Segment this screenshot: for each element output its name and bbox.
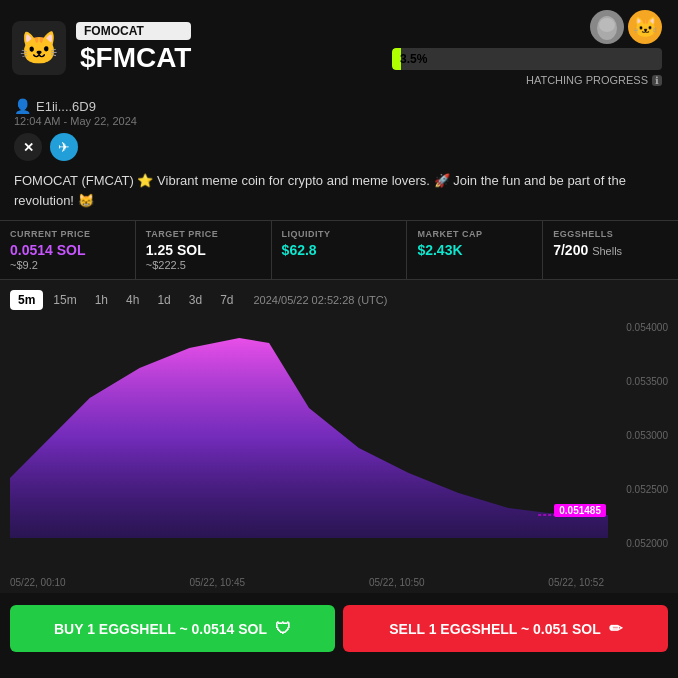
stat-target-price: TARGET PRICE 1.25 SOL ~$222.5	[136, 221, 272, 279]
stat-market-cap: MARKET CAP $2.43K	[407, 221, 543, 279]
buy-label: BUY 1 EGGSHELL ~ 0.0514 SOL	[54, 621, 267, 637]
progress-bar-container: 3.5%	[392, 48, 662, 70]
stat-liquidity: LIQUIDITY $62.8	[272, 221, 408, 279]
avatars-row: 🐱	[590, 10, 662, 44]
target-price-sub: ~$222.5	[146, 259, 261, 271]
liquidity-label: LIQUIDITY	[282, 229, 397, 239]
eggshells-sub: Shells	[592, 245, 622, 257]
token-ticker: $FMCAT	[80, 42, 191, 74]
buy-button[interactable]: BUY 1 EGGSHELL ~ 0.0514 SOL 🛡	[10, 605, 335, 652]
stat-current-price: CURRENT PRICE 0.0514 SOL ~$9.2	[0, 221, 136, 279]
target-price-label: TARGET PRICE	[146, 229, 261, 239]
sell-label: SELL 1 EGGSHELL ~ 0.051 SOL	[389, 621, 601, 637]
progress-section: 🐱 3.5% HATCHING PROGRESS ℹ	[392, 10, 666, 86]
target-price-value: 1.25 SOL	[146, 242, 261, 258]
y-label-5: 0.052000	[612, 538, 668, 549]
x-label-3: 05/22, 10:50	[369, 577, 425, 593]
chart-wrapper: 0.051485 0.054000 0.053500 0.053000 0.05…	[10, 318, 668, 573]
svg-point-1	[599, 18, 615, 32]
price-tag: 0.051485	[554, 504, 606, 517]
market-cap-label: MARKET CAP	[417, 229, 532, 239]
y-label-1: 0.054000	[612, 322, 668, 333]
hatching-row: HATCHING PROGRESS ℹ	[526, 74, 662, 86]
timestamp: 12:04 AM - May 22, 2024	[14, 115, 664, 127]
liquidity-value: $62.8	[282, 242, 397, 258]
telegram-icon: ✈	[58, 139, 70, 155]
chart-section: 5m 15m 1h 4h 1d 3d 7d 2024/05/22 02:52:2…	[0, 280, 678, 593]
x-icon: ✕	[23, 140, 34, 155]
hatching-label: HATCHING PROGRESS	[526, 74, 648, 86]
x-social-button[interactable]: ✕	[14, 133, 42, 161]
action-buttons: BUY 1 EGGSHELL ~ 0.0514 SOL 🛡 SELL 1 EGG…	[0, 593, 678, 664]
x-label-2: 05/22, 10:45	[189, 577, 245, 593]
current-price-value: 0.0514 SOL	[10, 242, 125, 258]
timeframe-1h[interactable]: 1h	[87, 290, 116, 310]
timeframe-4h[interactable]: 4h	[118, 290, 147, 310]
user-section: 👤 E1ii....6D9 12:04 AM - May 22, 2024	[0, 92, 678, 129]
hatching-info-icon: ℹ	[652, 75, 662, 86]
eggshells-count: 7/200	[553, 242, 588, 258]
chart-svg	[10, 318, 608, 553]
y-label-4: 0.052500	[612, 484, 668, 495]
stat-eggshells: EGGSHELLS 7/200 Shells	[543, 221, 678, 279]
timeframe-1d[interactable]: 1d	[149, 290, 178, 310]
timeframe-15m[interactable]: 15m	[45, 290, 84, 310]
social-row: ✕ ✈	[0, 129, 678, 165]
logo-emoji: 🐱	[19, 29, 59, 67]
timeframe-3d[interactable]: 3d	[181, 290, 210, 310]
progress-label: 3.5%	[400, 52, 427, 66]
user-icon: 👤	[14, 98, 31, 114]
sell-icon: ✏	[609, 619, 622, 638]
chart-x-axis: 05/22, 00:10 05/22, 10:45 05/22, 10:50 0…	[10, 573, 668, 593]
chart-toolbar: 5m 15m 1h 4h 1d 3d 7d 2024/05/22 02:52:2…	[10, 290, 668, 310]
current-price-label: CURRENT PRICE	[10, 229, 125, 239]
chart-svg-area: 0.051485	[10, 318, 608, 573]
stats-row: CURRENT PRICE 0.0514 SOL ~$9.2 TARGET PR…	[0, 220, 678, 280]
token-logo: 🐱	[12, 21, 66, 75]
eggshells-value: 7/200 Shells	[553, 242, 668, 258]
header: 🐱 FOMOCAT $FMCAT 🐱 3.5% HATCHING PROGRES…	[0, 0, 678, 92]
egg-avatar	[590, 10, 624, 44]
y-label-3: 0.053000	[612, 430, 668, 441]
description-text: FOMOCAT (FMCAT) ⭐ Vibrant meme coin for …	[14, 173, 626, 208]
buy-icon: 🛡	[275, 620, 291, 638]
x-label-1: 05/22, 00:10	[10, 577, 66, 593]
telegram-button[interactable]: ✈	[50, 133, 78, 161]
token-tag: FOMOCAT	[76, 22, 191, 40]
cat-avatar: 🐱	[628, 10, 662, 44]
chart-area	[10, 338, 608, 538]
current-price-sub: ~$9.2	[10, 259, 125, 271]
token-description: FOMOCAT (FMCAT) ⭐ Vibrant meme coin for …	[0, 165, 678, 220]
wallet-address: E1ii....6D9	[36, 99, 96, 114]
eggshells-label: EGGSHELLS	[553, 229, 668, 239]
user-address-row: 👤 E1ii....6D9	[14, 98, 664, 114]
x-label-4: 05/22, 10:52	[548, 577, 604, 593]
timeframe-7d[interactable]: 7d	[212, 290, 241, 310]
chart-y-axis: 0.054000 0.053500 0.053000 0.052500 0.05…	[608, 318, 668, 573]
sell-button[interactable]: SELL 1 EGGSHELL ~ 0.051 SOL ✏	[343, 605, 668, 652]
timeframe-5m[interactable]: 5m	[10, 290, 43, 310]
chart-timestamp: 2024/05/22 02:52:28 (UTC)	[253, 294, 387, 306]
market-cap-value: $2.43K	[417, 242, 532, 258]
y-label-2: 0.053500	[612, 376, 668, 387]
